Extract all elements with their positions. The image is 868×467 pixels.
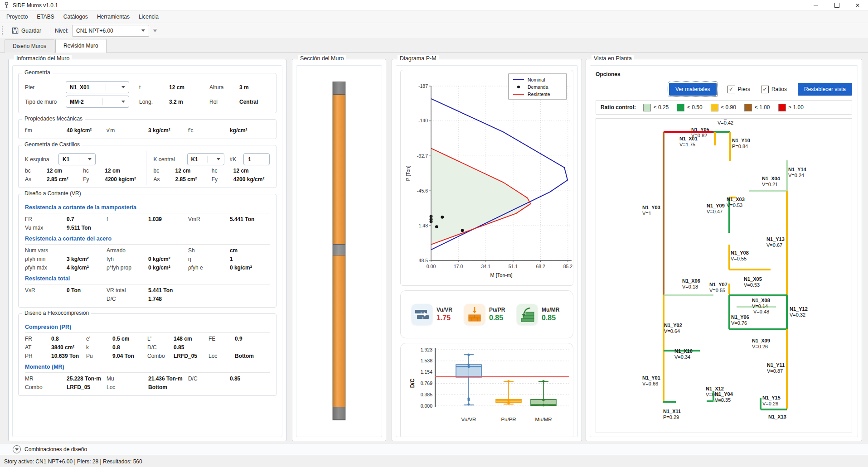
pier-label: N1_Y11V=0.87 — [767, 362, 785, 374]
tab-revision-muro[interactable]: Revisión Muro — [55, 39, 107, 53]
pier-ratio-value: V=0.18 — [682, 284, 700, 290]
svg-text:1.923: 1.923 — [421, 347, 432, 352]
pier-name: N1_X01 — [679, 136, 698, 142]
pier-name: N1_X11 — [663, 409, 681, 414]
castillos-split: K esquinaK1bc12 cmhc12 cmAs2.85 cm²Fy420… — [25, 151, 270, 185]
field-pair: Fy4200 kg/cm² — [83, 176, 141, 183]
k-esquina-combo[interactable]: K1 — [58, 153, 96, 165]
ratio-chip: ≤ 0.25 — [643, 104, 669, 111]
field-label: f'm — [25, 127, 67, 134]
group-title: Propiedades Mecánicas — [22, 116, 85, 122]
menu-etabs[interactable]: ETABS — [32, 11, 58, 22]
field-pair: FR0.7 — [25, 216, 107, 222]
masonry — [333, 255, 345, 407]
pier-name: N1_Y14 — [788, 167, 806, 173]
field-row: MR25.228 Ton-mMu21.436 Ton-mD/C0.85 — [25, 376, 270, 382]
svg-text:-45.6: -45.6 — [417, 188, 428, 193]
field-label: #K — [230, 156, 240, 163]
pier-name: N1_Y08 — [731, 250, 749, 256]
statusbar: Story activo: CN1 NPT+6.00 | Piers: 28 |… — [0, 455, 868, 467]
field-value: 5.441 Ton — [148, 287, 173, 294]
field-value: 0.8 — [112, 344, 120, 351]
field-value: 3 kg/cm² — [67, 256, 89, 262]
level-combo[interactable]: CN1 NPT+6.00 — [72, 25, 149, 37]
pier-label: N1_X08V=0.14 — [752, 298, 770, 309]
ratio-card-value: 0.85 — [542, 314, 559, 322]
pier-ratio-value: V=0.66 — [642, 381, 660, 387]
ratio-swatch — [711, 104, 718, 111]
svg-text:0.385: 0.385 — [421, 392, 432, 397]
pier-label: N1_Y15V=0.26 — [762, 395, 781, 407]
piers-checkbox[interactable]: ✓ Piers — [727, 86, 750, 93]
dc-boxplot-card: 0.0000.3850.7691.1541.5381.923Vu/VRPu/PR… — [400, 343, 573, 437]
svg-text:D/C: D/C — [409, 378, 416, 388]
close-button[interactable]: ✕ — [847, 0, 868, 10]
field-value: Bottom — [235, 353, 254, 359]
save-button[interactable]: Guardar — [8, 25, 45, 36]
menu-catalogos[interactable]: Catálogos — [59, 11, 92, 22]
field-label: Altura — [209, 84, 239, 91]
ratios-checkbox[interactable]: ✓ Ratios — [761, 86, 787, 93]
field-pair: Armado — [107, 247, 188, 254]
combinaciones-expander[interactable]: Combinaciones de diseño — [0, 443, 868, 455]
menu-proyecto[interactable]: Proyecto — [2, 11, 32, 22]
ratio-swatch — [643, 104, 651, 111]
field-row: ρfyh min3 kg/cm²fyh0 kg/cm²η1 — [25, 256, 270, 262]
maximize-button[interactable] — [826, 0, 847, 10]
toolbar-overflow-icon[interactable] — [153, 29, 157, 32]
pier-name: N1_Y04 — [715, 391, 733, 397]
field-label: Combo — [147, 353, 174, 359]
menu-herramientas[interactable]: Herramientas — [92, 11, 134, 22]
field-pair: VsR0 Ton — [25, 287, 107, 294]
combo-label: Tipo de muro — [25, 99, 66, 105]
minimize-button[interactable] — [805, 0, 826, 10]
pier-name: N1_Y02 — [664, 323, 682, 328]
field-value: 2.85 cm² — [175, 176, 197, 183]
field-label: v'm — [107, 127, 148, 134]
field-pair: FR0.8 — [25, 336, 86, 342]
field-pair: f'm40 kg/cm² — [25, 127, 107, 134]
pier-label: N1_X06V=0.18 — [682, 278, 700, 290]
pier-name: N1_X04 — [762, 176, 780, 182]
menu-licencia[interactable]: Licencia — [134, 11, 163, 22]
field-value: 3 kg/cm² — [148, 127, 170, 134]
field-label: Combo — [25, 384, 67, 390]
pu-pr-card: Pu/PR 0.85 — [461, 297, 513, 332]
field-pair: e'0.5 cm — [86, 336, 147, 342]
field-pair: Mu21.436 Ton-m — [107, 376, 188, 382]
ver-materiales-button[interactable]: Ver materiales — [669, 83, 717, 96]
num-castillos-input[interactable]: 1 — [243, 153, 270, 165]
pier-label: N1_X10V=0.34 — [674, 348, 693, 360]
field-pair: hc12 cm — [83, 168, 141, 174]
k-central-combo[interactable]: K1 — [187, 153, 224, 165]
field-row: ComboLRFD_05LocBottom — [25, 384, 270, 390]
field-pair: D/C0.85 — [147, 344, 209, 351]
pier-name: N1_X13 — [768, 414, 786, 420]
save-button-label: Guardar — [21, 28, 41, 34]
pier-ratio-value: V=0.48 — [753, 309, 769, 315]
field-value: 1.039 — [148, 216, 162, 222]
panel-title: Vista en Planta — [592, 55, 634, 62]
field-value: 2.85 cm² — [47, 176, 68, 183]
tab-diseno-muros[interactable]: Diseño Muros — [5, 39, 54, 53]
maximize-icon — [834, 3, 839, 8]
field-label: f'c — [188, 127, 230, 134]
plan-view-canvas[interactable]: N1_X02V=0.42N1_Y05V=0.82N1_X01V=1.75N1_Y… — [596, 118, 852, 433]
chevron-down-icon — [141, 29, 145, 32]
tipo-muro-combo[interactable]: MM-2 — [66, 96, 129, 108]
piers-checkbox-label: Piers — [738, 86, 750, 92]
pier-combo[interactable]: N1_X01 — [66, 81, 129, 93]
mu-mr-card: Mu/MR 0.85 — [513, 297, 566, 332]
app-icon — [4, 2, 10, 9]
concrete-cap — [333, 407, 345, 420]
restablecer-vista-button[interactable]: Restablecer vista — [798, 83, 852, 96]
ratio-card-label: Pu/PR — [489, 307, 505, 313]
field-value: 1.748 — [148, 296, 162, 302]
field-row: Vu máx9.511 Ton — [25, 225, 270, 231]
field-label: PR — [25, 353, 51, 359]
ratio-control-legend: Ratio control: ≤ 0.25≤ 0.50≤ 0.90< 1.00≥… — [596, 100, 852, 115]
opciones-label: Opciones — [596, 71, 852, 77]
toolbar: Guardar Nivel: CN1 NPT+6.00 — [0, 23, 868, 39]
field-value: 0 kg/cm² — [148, 265, 170, 271]
ratio-cards-row: Vu/VR 1.75 — [400, 290, 573, 338]
